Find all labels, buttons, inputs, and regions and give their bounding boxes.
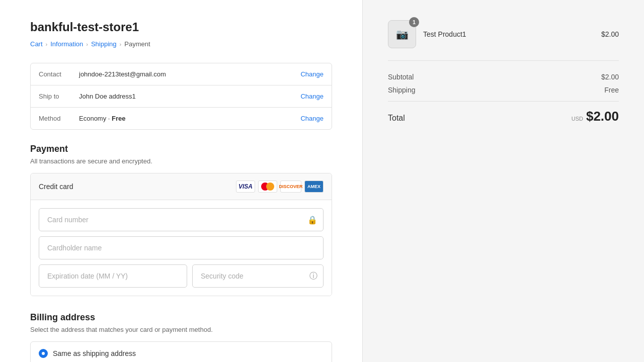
subtotal-row: Subtotal $2.00 (388, 73, 619, 81)
payment-header: Credit card VISA DISCOVER AMEX (31, 173, 332, 200)
payment-title: Payment (30, 144, 332, 154)
visa-icon: VISA (236, 180, 255, 193)
method-value: Economy · Free (79, 115, 300, 122)
billing-subtitle: Select the address that matches your car… (30, 326, 332, 333)
shipto-change-button[interactable]: Change (300, 93, 324, 100)
subtotal-label: Subtotal (388, 73, 414, 81)
breadcrumb-information[interactable]: Information (50, 40, 83, 48)
card-icons: VISA DISCOVER AMEX (236, 180, 324, 193)
total-amount: USD $2.00 (572, 109, 619, 124)
info-box: Contact johndoe-2213test@gmail.com Chang… (30, 63, 332, 130)
info-row-shipto: Ship to John Doe address1 Change (31, 85, 332, 108)
method-change-button[interactable]: Change (300, 115, 324, 122)
discover-icon: DISCOVER (280, 180, 301, 193)
radio-button-selected[interactable] (39, 349, 48, 358)
breadcrumb-cart[interactable]: Cart (30, 40, 43, 48)
info-row-method: Method Economy · Free Change (31, 108, 332, 129)
mastercard-icon (258, 180, 277, 193)
same-as-shipping-option[interactable]: Same as shipping address (30, 341, 332, 362)
product-badge: 1 (409, 17, 419, 27)
shipping-row: Shipping Free (388, 86, 619, 94)
summary-divider (388, 101, 619, 102)
info-row-contact: Contact johndoe-2213test@gmail.com Chang… (31, 63, 332, 85)
product-name: Test Product1 (423, 30, 594, 38)
total-value: $2.00 (586, 109, 619, 124)
product-price: $2.00 (601, 30, 619, 38)
security-code-input[interactable] (192, 264, 324, 288)
same-as-shipping-label: Same as shipping address (53, 349, 136, 357)
breadcrumb-shipping[interactable]: Shipping (91, 40, 117, 48)
payment-fields: 🔒 ⓘ (31, 200, 332, 296)
chevron-icon: › (86, 41, 88, 47)
ship-to-label: Ship to (39, 93, 79, 100)
chevron-icon: › (46, 41, 48, 47)
security-code-wrapper: ⓘ (192, 264, 324, 288)
right-panel: 📷 1 Test Product1 $2.00 Subtotal $2.00 S… (362, 0, 644, 362)
contact-label: Contact (39, 70, 79, 78)
breadcrumb: Cart › Information › Shipping › Payment (30, 40, 332, 48)
credit-card-label: Credit card (39, 183, 73, 191)
shipping-value: Free (604, 86, 619, 94)
billing-title: Billing address (30, 312, 332, 323)
lock-icon: 🔒 (307, 215, 317, 225)
camera-icon: 📷 (396, 28, 409, 40)
chevron-icon: › (120, 41, 122, 47)
method-label: Method (39, 115, 79, 122)
expiry-input[interactable] (39, 264, 187, 288)
left-panel: bankful-test-store1 Cart › Information ›… (0, 0, 362, 362)
contact-value: johndoe-2213test@gmail.com (79, 70, 300, 78)
amex-icon: AMEX (304, 180, 324, 193)
total-label: Total (388, 114, 405, 123)
payment-subtitle: All transactions are secure and encrypte… (30, 157, 332, 165)
total-currency: USD (572, 116, 583, 122)
cardholder-name-input[interactable] (39, 236, 324, 259)
card-number-input[interactable] (39, 208, 324, 231)
payment-box: Credit card VISA DISCOVER AMEX 🔒 (30, 173, 332, 296)
card-number-wrapper: 🔒 (39, 208, 324, 231)
store-title: bankful-test-store1 (30, 20, 332, 34)
product-row: 📷 1 Test Product1 $2.00 (388, 20, 619, 61)
help-icon: ⓘ (309, 271, 317, 282)
shipping-label: Shipping (388, 86, 416, 94)
subtotal-value: $2.00 (601, 73, 619, 81)
card-details-row: ⓘ (39, 264, 324, 288)
product-image-container: 📷 1 (388, 20, 416, 48)
breadcrumb-current: Payment (124, 40, 150, 48)
ship-to-value: John Doe address1 (79, 93, 300, 100)
total-row: Total USD $2.00 (388, 109, 619, 124)
contact-change-button[interactable]: Change (300, 70, 324, 78)
